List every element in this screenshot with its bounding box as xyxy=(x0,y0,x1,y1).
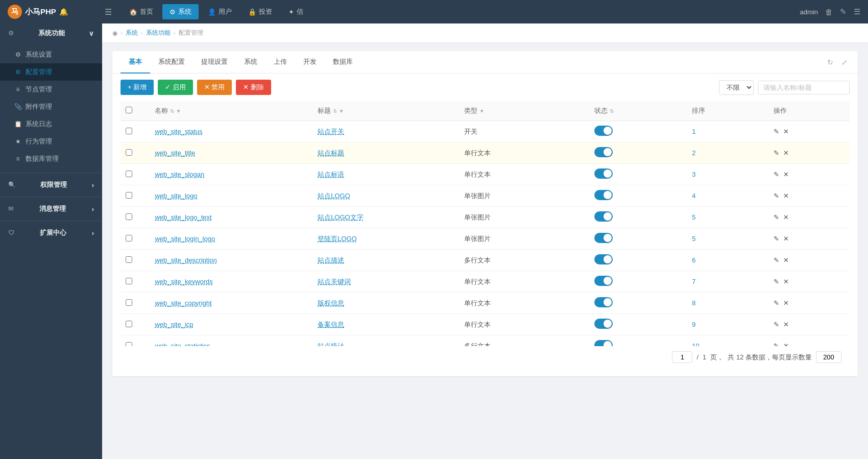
toggle-slider[interactable] xyxy=(594,190,613,200)
row-status-toggle[interactable] xyxy=(594,126,613,136)
nav-item-home[interactable]: 🏠 首页 xyxy=(122,4,160,19)
edit-icon[interactable]: ✎ xyxy=(774,192,779,200)
row-checkbox[interactable] xyxy=(126,213,132,220)
sidebar-group-extend[interactable]: 🛡 扩展中心 › xyxy=(0,223,102,243)
row-title-link[interactable]: 站点描述 xyxy=(318,256,344,264)
row-status-toggle[interactable] xyxy=(594,319,613,329)
row-name-link[interactable]: web_site_logo_text xyxy=(155,213,211,221)
nav-item-letter[interactable]: ✦ 信 xyxy=(281,4,310,19)
row-title-link[interactable]: 站点LOGO文字 xyxy=(318,213,364,221)
delete-icon[interactable]: ✕ xyxy=(783,128,789,135)
row-checkbox[interactable] xyxy=(126,149,132,156)
sidebar-item-behavior[interactable]: ★ 行为管理 xyxy=(0,133,102,150)
row-order-link[interactable]: 4 xyxy=(692,192,695,200)
row-name-link[interactable]: web_site_description xyxy=(155,256,216,264)
toggle-slider[interactable] xyxy=(594,126,613,136)
row-checkbox[interactable] xyxy=(126,278,132,284)
row-name-link[interactable]: web_site_icp xyxy=(155,321,193,328)
delete-icon[interactable]: ✕ xyxy=(783,235,789,243)
page-size-input[interactable] xyxy=(816,351,841,363)
nav-item-invest[interactable]: 🔒 投资 xyxy=(241,4,279,19)
row-title-link[interactable]: 版权信息 xyxy=(318,299,344,307)
add-button[interactable]: + 新增 xyxy=(120,80,154,95)
row-order-link[interactable]: 3 xyxy=(692,171,695,178)
sidebar-item-system-settings[interactable]: ⚙ 系统设置 xyxy=(0,46,102,63)
filter-select[interactable]: 不限 xyxy=(719,80,754,95)
row-name-link[interactable]: web_site_logo xyxy=(155,192,197,200)
toggle-slider[interactable] xyxy=(594,340,613,346)
tab-upload[interactable]: 上传 xyxy=(266,51,295,74)
select-all-checkbox[interactable] xyxy=(126,107,132,113)
toggle-slider[interactable] xyxy=(594,147,613,157)
tab-system-config[interactable]: 系统配置 xyxy=(150,51,193,74)
edit-icon[interactable]: ✎ xyxy=(774,235,779,243)
row-status-toggle[interactable] xyxy=(594,168,613,179)
row-name-link[interactable]: web_site_slogan xyxy=(155,171,204,178)
row-order-link[interactable]: 9 xyxy=(692,321,695,328)
sidebar-item-attachment[interactable]: 📎 附件管理 xyxy=(0,98,102,115)
refresh-icon[interactable]: ↻ xyxy=(825,56,835,68)
row-order-link[interactable]: 2 xyxy=(692,149,695,157)
delete-icon[interactable]: ✕ xyxy=(783,171,789,178)
tab-database[interactable]: 数据库 xyxy=(325,51,361,74)
edit-icon[interactable]: ✎ xyxy=(840,7,847,16)
row-order-link[interactable]: 7 xyxy=(692,278,695,285)
delete-icon[interactable]: ✕ xyxy=(783,278,789,285)
row-name-link[interactable]: web_site_copyright xyxy=(155,299,211,307)
row-name-link[interactable]: web_site_keywords xyxy=(155,278,212,285)
edit-icon[interactable]: ✎ xyxy=(774,171,779,178)
edit-icon[interactable]: ✎ xyxy=(774,342,779,346)
sidebar-group-rights[interactable]: 🔍 权限管理 › xyxy=(0,175,102,195)
row-checkbox[interactable] xyxy=(126,192,132,199)
row-status-toggle[interactable] xyxy=(594,340,613,346)
delete-icon[interactable]: ✕ xyxy=(783,299,789,307)
toggle-slider[interactable] xyxy=(594,211,613,222)
toggle-slider[interactable] xyxy=(594,168,613,179)
page-number-input[interactable] xyxy=(672,351,692,363)
row-order-link[interactable]: 8 xyxy=(692,299,695,307)
row-status-toggle[interactable] xyxy=(594,276,613,286)
row-order-link[interactable]: 5 xyxy=(692,235,695,243)
hamburger-icon[interactable]: ☰ xyxy=(105,7,112,17)
name-sort-icon[interactable]: ⇅ xyxy=(170,108,174,114)
tab-withdraw[interactable]: 提现设置 xyxy=(193,51,236,74)
row-status-toggle[interactable] xyxy=(594,233,613,243)
row-title-link[interactable]: 站点开关 xyxy=(318,128,344,135)
delete-icon[interactable]: ✕ xyxy=(783,213,789,221)
row-status-toggle[interactable] xyxy=(594,297,613,307)
sidebar-item-node[interactable]: ≡ 节点管理 xyxy=(0,81,102,98)
edit-icon[interactable]: ✎ xyxy=(774,321,779,328)
row-title-link[interactable]: 站点标语 xyxy=(318,171,344,178)
breadcrumb-system[interactable]: 系统 xyxy=(126,29,138,37)
sidebar-item-config[interactable]: ⚙ 配置管理 xyxy=(0,63,102,81)
row-checkbox[interactable] xyxy=(126,256,132,263)
delete-icon[interactable]: ✕ xyxy=(783,149,789,157)
type-filter-icon[interactable]: ▼ xyxy=(479,108,485,114)
edit-icon[interactable]: ✎ xyxy=(774,256,779,264)
delete-icon[interactable]: ✕ xyxy=(783,256,789,264)
edit-icon[interactable]: ✎ xyxy=(774,213,779,221)
row-status-toggle[interactable] xyxy=(594,147,613,157)
row-checkbox[interactable] xyxy=(126,171,132,177)
row-checkbox[interactable] xyxy=(126,235,132,241)
nav-item-user[interactable]: 👤 用户 xyxy=(201,4,239,19)
disable-button[interactable]: ✕ 禁用 xyxy=(197,80,232,95)
expand-icon[interactable]: ⤢ xyxy=(839,56,850,68)
name-filter-icon[interactable]: ▼ xyxy=(176,108,181,114)
row-checkbox[interactable] xyxy=(126,321,132,327)
tab-system[interactable]: 系统 xyxy=(236,51,266,74)
row-order-link[interactable]: 5 xyxy=(692,213,695,221)
title-sort-icon[interactable]: ⇅ xyxy=(333,108,337,114)
row-title-link[interactable]: 站点关键词 xyxy=(318,278,351,285)
delete-icon[interactable]: ✕ xyxy=(783,342,789,346)
trash-icon[interactable]: 🗑 xyxy=(825,8,833,16)
row-name-link[interactable]: web_site_status xyxy=(155,128,202,135)
delete-button[interactable]: ✕ 删除 xyxy=(236,80,271,95)
nav-item-system[interactable]: ⚙ 系统 xyxy=(162,4,199,19)
row-order-link[interactable]: 6 xyxy=(692,256,695,264)
delete-icon[interactable]: ✕ xyxy=(783,321,789,328)
row-status-toggle[interactable] xyxy=(594,190,613,200)
sidebar-item-log[interactable]: 📋 系统日志 xyxy=(0,115,102,133)
row-status-toggle[interactable] xyxy=(594,254,613,264)
sidebar-group-system[interactable]: ⚙ 系统功能 ∨ xyxy=(0,23,102,43)
